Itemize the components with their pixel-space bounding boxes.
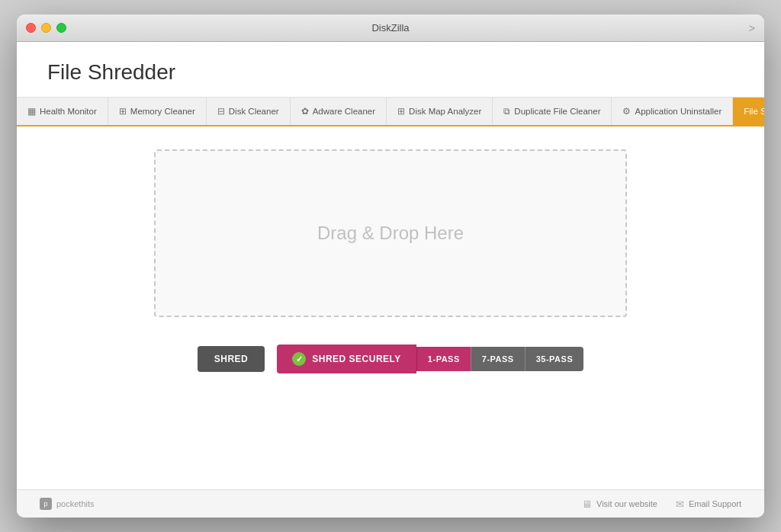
tab-duplicate-file-cleaner[interactable]: ⧉ Duplicate File Cleaner bbox=[493, 98, 612, 125]
tab-memory-cleaner-label: Memory Cleaner bbox=[130, 107, 195, 116]
titlebar: DiskZilla > bbox=[17, 14, 764, 42]
tabbar: ▦ Health Monitor ⊞ Memory Cleaner ⊟ Disk… bbox=[17, 98, 764, 127]
visit-website-label: Visit our website bbox=[596, 499, 657, 508]
footer-links: 🖥 Visit our website ✉ Email Support bbox=[582, 498, 741, 510]
minimize-button[interactable] bbox=[41, 23, 51, 33]
tab-application-uninstaller[interactable]: ⚙ Application Uninstaller bbox=[612, 98, 733, 125]
email-support-link[interactable]: ✉ Email Support bbox=[676, 498, 741, 510]
application-uninstaller-icon: ⚙ bbox=[622, 106, 631, 117]
brand-logo-icon: p bbox=[40, 498, 52, 510]
tab-file-shredder[interactable]: File Shredder bbox=[733, 98, 764, 125]
buttons-row: SHRED ✓ SHRED SECURELY 1-PASS 7-PASS 35-… bbox=[198, 345, 584, 373]
tab-disk-cleaner-label: Disk Cleaner bbox=[229, 107, 279, 116]
tab-memory-cleaner[interactable]: ⊞ Memory Cleaner bbox=[108, 98, 207, 125]
disk-cleaner-icon: ⊟ bbox=[217, 106, 225, 117]
footer: p pockethits 🖥 Visit our website ✉ Email… bbox=[17, 489, 764, 518]
shred-securely-label: SHRED SECURELY bbox=[312, 354, 401, 364]
maximize-button[interactable] bbox=[56, 23, 66, 33]
tab-disk-map-analyzer[interactable]: ⊞ Disk Map Analyzer bbox=[387, 98, 493, 125]
brand-name: pockethits bbox=[56, 499, 95, 508]
window-title: DiskZilla bbox=[371, 22, 409, 34]
pass-1-button[interactable]: 1-PASS bbox=[416, 347, 471, 371]
pass-7-button[interactable]: 7-PASS bbox=[471, 347, 525, 371]
tab-disk-map-analyzer-label: Disk Map Analyzer bbox=[409, 107, 481, 116]
tab-adware-cleaner-label: Adware Cleaner bbox=[313, 107, 375, 116]
email-icon: ✉ bbox=[676, 498, 684, 510]
tab-duplicate-file-cleaner-label: Duplicate File Cleaner bbox=[514, 107, 600, 116]
main-content: Drag & Drop Here SHRED ✓ SHRED SECURELY … bbox=[17, 127, 764, 489]
duplicate-file-cleaner-icon: ⧉ bbox=[503, 106, 510, 117]
close-button[interactable] bbox=[26, 23, 36, 33]
check-icon: ✓ bbox=[292, 352, 306, 366]
drop-zone[interactable]: Drag & Drop Here bbox=[154, 149, 627, 317]
tab-health-monitor[interactable]: ▦ Health Monitor bbox=[17, 98, 108, 125]
tab-disk-cleaner[interactable]: ⊟ Disk Cleaner bbox=[207, 98, 291, 125]
page-header: File Shredder bbox=[17, 42, 764, 98]
email-support-label: Email Support bbox=[689, 499, 741, 508]
tab-application-uninstaller-label: Application Uninstaller bbox=[635, 107, 722, 116]
app-window: DiskZilla > File Shredder ▦ Health Monit… bbox=[17, 14, 764, 518]
page-title: File Shredder bbox=[47, 60, 734, 85]
tab-file-shredder-label: File Shredder bbox=[744, 107, 764, 116]
tab-health-monitor-label: Health Monitor bbox=[40, 107, 97, 116]
adware-cleaner-icon: ✿ bbox=[301, 106, 309, 117]
disk-map-analyzer-icon: ⊞ bbox=[397, 106, 405, 117]
drop-zone-text: Drag & Drop Here bbox=[317, 223, 464, 244]
memory-cleaner-icon: ⊞ bbox=[119, 106, 127, 117]
visit-website-link[interactable]: 🖥 Visit our website bbox=[582, 498, 657, 510]
shred-button[interactable]: SHRED bbox=[198, 346, 265, 372]
chevron-right-icon: > bbox=[749, 22, 755, 34]
health-monitor-icon: ▦ bbox=[27, 106, 36, 117]
tab-adware-cleaner[interactable]: ✿ Adware Cleaner bbox=[291, 98, 387, 125]
monitor-icon: 🖥 bbox=[582, 498, 592, 510]
pass-35-button[interactable]: 35-PASS bbox=[525, 347, 584, 371]
footer-brand: p pockethits bbox=[40, 498, 95, 510]
traffic-lights bbox=[26, 23, 66, 33]
shred-securely-button[interactable]: ✓ SHRED SECURELY bbox=[277, 345, 416, 373]
